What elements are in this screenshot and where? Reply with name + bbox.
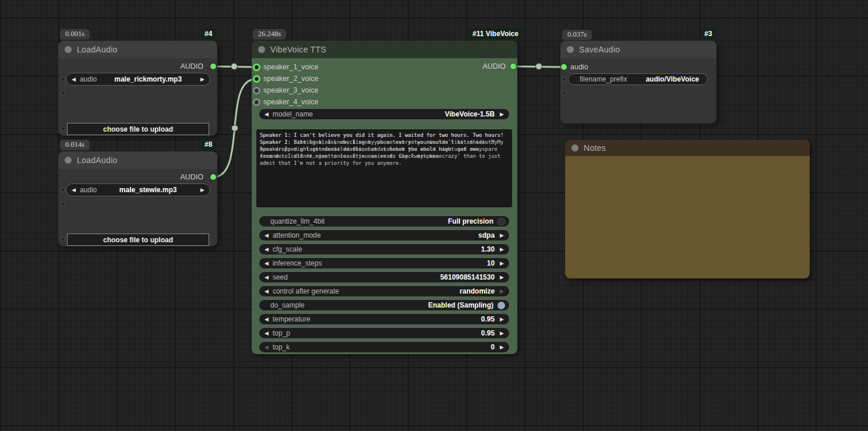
param-control-after-generate[interactable]: ◀ control after generate randomize ▶ <box>259 285 510 297</box>
param-cfg-scale[interactable]: ◀ cfg_scale 1.30 ▶ <box>259 243 510 255</box>
prev-value-icon[interactable]: ◀ <box>263 274 270 280</box>
prev-value-icon[interactable]: ◀ <box>263 330 270 336</box>
choose-file-button[interactable]: choose file to upload <box>67 123 209 135</box>
collapse-dot[interactable] <box>65 157 72 164</box>
audio-input-slot[interactable] <box>561 64 567 70</box>
audio-output-slot[interactable] <box>210 63 216 69</box>
execution-time-badge: 0.037s <box>562 30 592 40</box>
speaker-1-input-label: speaker_1_voice <box>263 63 319 71</box>
next-value-icon[interactable]: ▶ <box>499 232 505 238</box>
widget-value: 1.30 <box>481 245 495 253</box>
widget-input-slot[interactable] <box>61 202 65 206</box>
next-value-icon[interactable]: ▶ <box>199 76 206 82</box>
param-do-sample[interactable]: do_sample Enabled (Sampling) <box>259 299 510 311</box>
speaker-3-input-slot[interactable] <box>253 87 260 94</box>
next-value-icon[interactable]: ▶ <box>499 316 505 322</box>
node-title-bar[interactable]: LoadAudio <box>58 151 217 169</box>
widget-value: 0.95 <box>481 315 495 323</box>
prev-value-icon[interactable]: ◀ <box>263 232 270 238</box>
next-value-icon[interactable]: ▶ <box>499 260 505 266</box>
audio-output-slot[interactable] <box>510 63 516 69</box>
widget-input-slot[interactable] <box>562 91 566 96</box>
speaker-2-input-slot[interactable] <box>253 75 260 83</box>
prev-value-icon[interactable]: ◀ <box>263 260 270 266</box>
collapse-dot[interactable] <box>65 46 72 53</box>
widget-label: audio <box>80 186 97 194</box>
param-inference-steps[interactable]: ◀ inference_steps 10 ▶ <box>259 257 510 269</box>
next-value-icon[interactable]: ▶ <box>499 330 505 336</box>
param-temperature[interactable]: ◀ temperature 0.95 ▶ <box>259 313 510 325</box>
choose-file-button[interactable]: choose file to upload <box>67 234 209 246</box>
prev-value-icon[interactable]: ◀ <box>70 76 77 82</box>
widget-input-slot[interactable] <box>61 91 65 96</box>
next-value-icon[interactable]: ▶ <box>199 187 206 193</box>
node-load-audio-1[interactable]: LoadAudio AUDIO ◀ audio male_rickmorty.m… <box>58 41 217 136</box>
widget-value: 0.95 <box>481 329 495 337</box>
collapse-dot[interactable] <box>571 144 578 151</box>
node-title: LoadAudio <box>77 156 118 165</box>
toggle-off-icon[interactable] <box>497 218 505 225</box>
next-value-icon[interactable]: ▶ <box>499 111 505 117</box>
widget-input-slot[interactable] <box>61 126 65 131</box>
wire-midpoint-dot[interactable] <box>232 125 238 132</box>
next-value-icon[interactable]: ▶ <box>499 288 505 294</box>
next-value-icon[interactable]: ▶ <box>499 246 505 252</box>
filename-prefix-widget[interactable]: filename_prefix audio/VibeVoice <box>568 73 708 85</box>
widget-input-slot[interactable] <box>562 77 566 82</box>
speaker-2-input-label: speaker_2_voice <box>263 75 319 83</box>
widget-label: audio <box>80 75 97 83</box>
prev-value-icon[interactable]: ◀ <box>263 246 270 252</box>
param-seed[interactable]: ◀ seed 56109085141530 ▶ <box>259 271 510 283</box>
model-name-combo-widget[interactable]: ◀ model_name VibeVoice-1.5B ▶ <box>259 108 510 120</box>
audio-output-slot[interactable] <box>210 174 216 180</box>
widget-label: temperature <box>273 315 310 323</box>
toggle-on-icon[interactable] <box>497 302 505 309</box>
node-graph-canvas[interactable]: 0.001s #4 LoadAudio AUDIO ◀ audio male_r… <box>0 0 868 431</box>
audio-input-label: audio <box>570 63 588 71</box>
wire-midpoint-dot[interactable] <box>536 63 542 70</box>
widget-input-slot[interactable] <box>61 77 65 82</box>
audio-output-label: AUDIO <box>482 62 506 70</box>
collapse-dot[interactable] <box>258 46 265 53</box>
node-title-bar[interactable]: LoadAudio <box>58 41 217 58</box>
param-top-p[interactable]: ◀ top_p 0.95 ▶ <box>259 327 510 339</box>
next-value-icon[interactable]: ▶ <box>499 274 505 280</box>
param-top-k[interactable]: ◀ top_k 0 ▶ <box>259 341 510 353</box>
node-title: Notes <box>584 143 606 153</box>
collapse-dot[interactable] <box>567 46 574 53</box>
node-id-badge: #11 VibeVoice <box>469 29 522 39</box>
widget-label: inference_steps <box>273 259 322 267</box>
widget-value: Enabled (Sampling) <box>428 301 493 309</box>
prev-value-icon[interactable]: ◀ <box>263 288 270 294</box>
node-load-audio-2[interactable]: LoadAudio AUDIO ◀ audio male_stewie.mp3 … <box>58 151 217 246</box>
prev-value-icon[interactable]: ◀ <box>263 111 270 117</box>
wire-midpoint-dot[interactable] <box>231 63 238 70</box>
script-text-area[interactable]: Speaker 1: I can't believe you did it ag… <box>256 129 512 207</box>
audio-combo-widget[interactable]: ◀ audio male_rickmorty.mp3 ▶ <box>66 73 210 86</box>
node-title-bar[interactable]: SaveAudio <box>560 41 717 58</box>
widget-input-slot[interactable] <box>61 237 65 242</box>
widget-input-slot[interactable] <box>61 188 65 192</box>
param-quantize-llm-4bit[interactable]: quantize_llm_4bit Full precision <box>259 216 510 227</box>
speaker-4-input-label: speaker_4_voice <box>263 98 319 106</box>
execution-time-badge: 0.001s <box>60 29 90 40</box>
widget-label: top_k <box>273 343 290 351</box>
widget-value: 10 <box>487 259 495 267</box>
prev-value-icon[interactable]: ◀ <box>263 344 270 350</box>
node-title-bar[interactable]: VibeVoice TTS <box>252 41 517 58</box>
param-attention-mode[interactable]: ◀ attention_mode sdpa ▶ <box>259 229 510 241</box>
speaker-4-input-slot[interactable] <box>253 98 260 106</box>
widget-value: VibeVoice-1.5B <box>444 110 495 118</box>
prev-value-icon[interactable]: ◀ <box>263 316 270 322</box>
next-value-icon[interactable]: ▶ <box>499 344 505 350</box>
node-vibevoice-tts[interactable]: VibeVoice TTS speaker_1_voice speaker_2_… <box>252 41 517 354</box>
node-save-audio[interactable]: SaveAudio audio filename_prefix audio/Vi… <box>560 41 717 123</box>
prev-value-icon[interactable]: ◀ <box>70 187 77 193</box>
notes-text-area[interactable] <box>565 156 810 278</box>
widget-value: 0 <box>491 343 495 351</box>
widget-label: top_p <box>273 329 290 337</box>
speaker-1-input-slot[interactable] <box>253 63 260 71</box>
audio-combo-widget[interactable]: ◀ audio male_stewie.mp3 ▶ <box>66 183 210 196</box>
node-notes[interactable]: Notes <box>565 140 810 278</box>
node-title-bar[interactable]: Notes <box>565 140 810 156</box>
